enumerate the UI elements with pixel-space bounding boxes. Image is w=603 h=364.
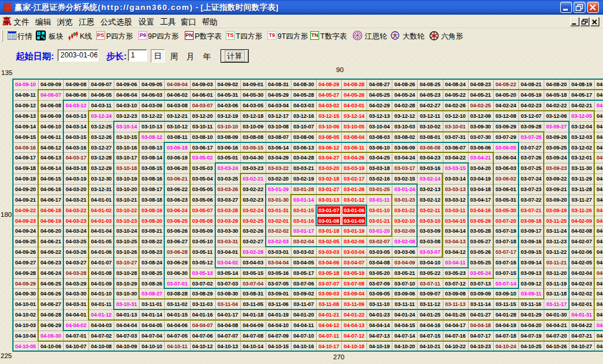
svg-text:大: 大 — [392, 33, 398, 39]
